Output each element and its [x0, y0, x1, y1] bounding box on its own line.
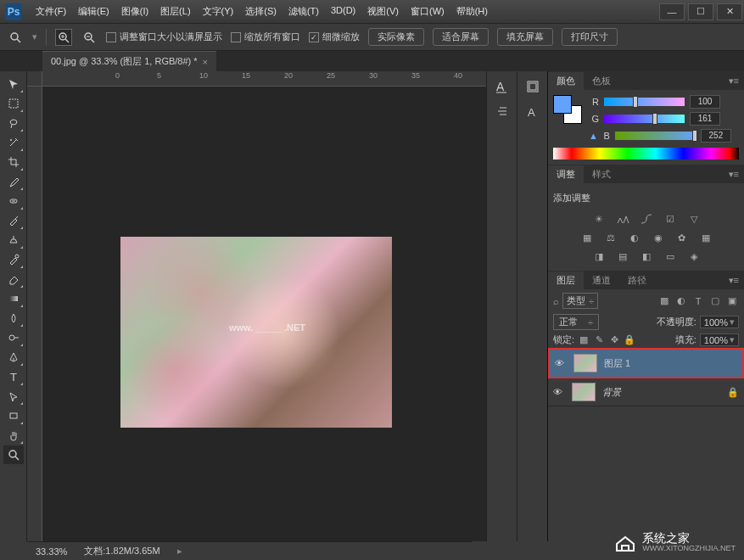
- magic-wand-tool[interactable]: [3, 133, 24, 152]
- lock-all-icon[interactable]: 🔒: [624, 334, 635, 346]
- color-balance-icon[interactable]: ⚖: [602, 230, 619, 245]
- actual-pixels-button[interactable]: 实际像素: [368, 28, 424, 46]
- filter-pixel-icon[interactable]: ▩: [657, 294, 671, 308]
- lock-pixels-icon[interactable]: ✎: [593, 334, 605, 346]
- character-panel-icon[interactable]: A: [492, 76, 512, 97]
- b-slider[interactable]: [615, 132, 696, 140]
- minimize-button[interactable]: —: [659, 3, 685, 20]
- status-arrow-icon[interactable]: ▸: [177, 546, 182, 557]
- menu-type[interactable]: 文字(Y): [198, 2, 239, 21]
- marquee-tool[interactable]: [3, 94, 24, 113]
- color-ramp[interactable]: [553, 148, 739, 160]
- r-slider[interactable]: [604, 98, 685, 106]
- layer-filter-kind[interactable]: 类型÷: [562, 293, 598, 309]
- photo-filter-icon[interactable]: ◉: [650, 230, 667, 245]
- visibility-icon[interactable]: 👁: [555, 358, 567, 368]
- eraser-tool[interactable]: [3, 270, 24, 288]
- lock-position-icon[interactable]: ✥: [608, 334, 620, 346]
- tab-color[interactable]: 颜色: [548, 72, 584, 90]
- color-lookup-icon[interactable]: ▦: [697, 230, 714, 245]
- menu-file[interactable]: 文件(F): [31, 2, 71, 21]
- levels-icon[interactable]: [614, 211, 631, 227]
- status-doc-info[interactable]: 文档:1.82M/3.65M: [84, 545, 159, 557]
- zoom-tool[interactable]: [3, 445, 24, 464]
- tab-swatches[interactable]: 色板: [584, 72, 619, 90]
- layer-thumbnail[interactable]: [572, 383, 596, 401]
- filter-type-icon[interactable]: T: [691, 294, 705, 308]
- channel-mixer-icon[interactable]: ✿: [674, 230, 691, 245]
- fill-screen-button[interactable]: 填充屏幕: [497, 28, 553, 46]
- zoom-in-icon[interactable]: [55, 29, 72, 46]
- hand-tool[interactable]: [3, 426, 24, 445]
- fit-screen-button[interactable]: 适合屏幕: [433, 28, 489, 46]
- threshold-icon[interactable]: ◧: [638, 249, 655, 264]
- r-value[interactable]: 100: [690, 95, 720, 109]
- color-swatch-pair[interactable]: [553, 95, 582, 124]
- filter-search-icon[interactable]: ⌕: [553, 296, 559, 306]
- menu-filter[interactable]: 滤镜(T): [283, 2, 324, 21]
- g-value[interactable]: 161: [690, 112, 720, 126]
- menu-3d[interactable]: 3D(D): [326, 2, 361, 21]
- pen-tool[interactable]: [3, 348, 24, 367]
- menu-layer[interactable]: 图层(L): [155, 2, 195, 21]
- rectangle-tool[interactable]: [3, 406, 24, 425]
- eyedropper-tool[interactable]: [3, 172, 24, 191]
- brightness-contrast-icon[interactable]: ☀: [590, 211, 607, 227]
- blur-tool[interactable]: [3, 309, 24, 328]
- bw-icon[interactable]: ◐: [626, 230, 643, 245]
- filter-shape-icon[interactable]: ▢: [708, 294, 722, 308]
- menu-edit[interactable]: 编辑(E): [73, 2, 115, 21]
- layer-name[interactable]: 背景: [602, 386, 720, 399]
- history-brush-tool[interactable]: [3, 250, 24, 269]
- g-slider[interactable]: [604, 115, 685, 123]
- type-tool[interactable]: T: [3, 367, 24, 386]
- layer-name[interactable]: 图层 1: [604, 357, 737, 370]
- tab-close-icon[interactable]: ×: [203, 57, 208, 67]
- exposure-icon[interactable]: ☑: [662, 211, 679, 227]
- fill-value[interactable]: 100%▾: [700, 333, 739, 346]
- menu-image[interactable]: 图像(I): [116, 2, 154, 21]
- curves-icon[interactable]: [638, 211, 655, 227]
- close-button[interactable]: ✕: [717, 3, 742, 20]
- zoom-out-icon[interactable]: [81, 29, 98, 46]
- tab-adjustments[interactable]: 调整: [548, 165, 584, 183]
- vertical-ruler[interactable]: [27, 87, 42, 541]
- move-tool[interactable]: [3, 75, 24, 93]
- layers-panel-menu-icon[interactable]: ▾≡: [724, 275, 744, 286]
- gradient-map-icon[interactable]: ▭: [662, 249, 679, 264]
- maximize-button[interactable]: ☐: [688, 3, 713, 20]
- paragraph-panel-icon[interactable]: [492, 102, 512, 122]
- zoom-all-checkbox[interactable]: 缩放所有窗口: [231, 31, 300, 43]
- lock-transparency-icon[interactable]: ▩: [578, 334, 590, 346]
- tab-paths[interactable]: 路径: [619, 272, 655, 289]
- hue-sat-icon[interactable]: ▦: [579, 230, 596, 245]
- posterize-icon[interactable]: ▤: [614, 249, 631, 264]
- layer-item-background[interactable]: 👁 背景 🔒: [548, 378, 744, 406]
- menu-view[interactable]: 视图(V): [362, 2, 404, 21]
- healing-tool[interactable]: [3, 192, 24, 210]
- crop-tool[interactable]: [3, 153, 24, 171]
- tab-channels[interactable]: 通道: [584, 272, 619, 289]
- vibrance-icon[interactable]: ▽: [685, 211, 702, 227]
- adjustments-panel-menu-icon[interactable]: ▾≡: [724, 169, 744, 180]
- path-selection-tool[interactable]: [3, 387, 24, 406]
- color-panel-menu-icon[interactable]: ▾≡: [724, 76, 744, 87]
- layer-thumbnail[interactable]: [573, 354, 597, 372]
- selective-color-icon[interactable]: ◈: [685, 249, 702, 264]
- zoom-tool-icon[interactable]: [7, 29, 24, 46]
- dodge-tool[interactable]: [3, 328, 24, 347]
- menu-help[interactable]: 帮助(H): [451, 2, 493, 21]
- menu-select[interactable]: 选择(S): [240, 2, 282, 21]
- brush-tool[interactable]: [3, 211, 24, 230]
- lasso-tool[interactable]: [3, 114, 24, 132]
- scrubby-zoom-checkbox[interactable]: 细微缩放: [309, 31, 360, 43]
- print-size-button[interactable]: 打印尺寸: [562, 28, 618, 46]
- b-value[interactable]: 252: [701, 129, 731, 143]
- visibility-icon[interactable]: 👁: [553, 387, 565, 397]
- opacity-value[interactable]: 100%▾: [700, 316, 739, 328]
- layer-item-1[interactable]: 👁 图层 1: [548, 348, 744, 378]
- status-zoom[interactable]: 33.33%: [36, 546, 67, 557]
- filter-smart-icon[interactable]: ▣: [725, 294, 739, 308]
- horizontal-ruler[interactable]: 0 5 10 15 20 25 30 35 40: [42, 71, 486, 87]
- menu-window[interactable]: 窗口(W): [406, 2, 450, 21]
